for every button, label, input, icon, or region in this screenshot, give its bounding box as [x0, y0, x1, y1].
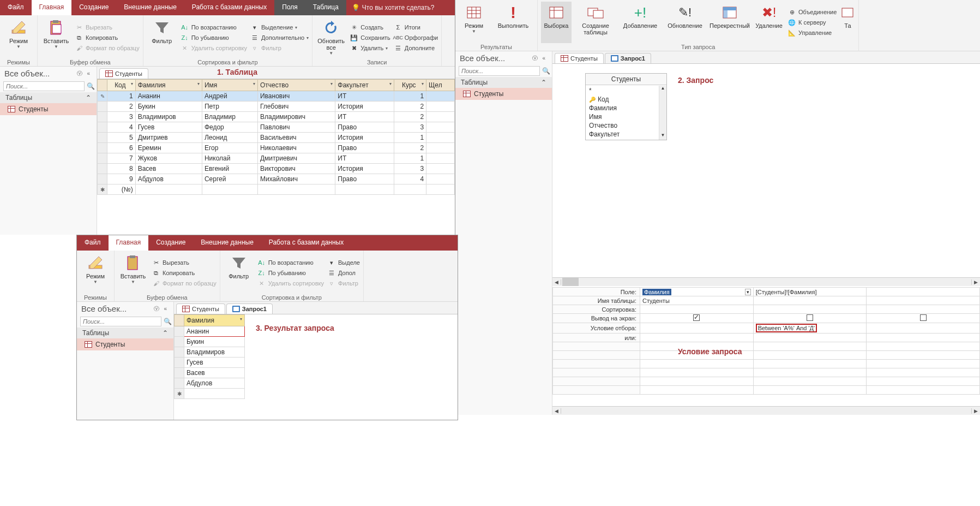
row-selector[interactable]: [98, 122, 107, 133]
col-add[interactable]: Щел: [426, 80, 455, 91]
dropdown-icon[interactable]: ▾: [745, 289, 751, 295]
view-button[interactable]: Режим▼: [459, 2, 489, 43]
table-row[interactable]: Ананин: [175, 326, 245, 337]
select-all[interactable]: [175, 315, 184, 326]
qbe-crit-1[interactable]: [640, 323, 754, 334]
tab-create[interactable]: Создание: [71, 0, 116, 15]
delete-record-button[interactable]: ✖Удалить▾: [350, 44, 390, 52]
nav-item-students[interactable]: Студенты: [77, 338, 173, 350]
append-query-button[interactable]: +! Добавление: [620, 2, 661, 43]
select-query-button[interactable]: Выборка: [541, 2, 572, 43]
filter-button[interactable]: Фильтр: [224, 252, 254, 294]
scroll-right[interactable]: ▶: [971, 279, 980, 285]
table-row[interactable]: Букин: [175, 337, 245, 347]
object-tab-query1[interactable]: Запрос1: [605, 53, 651, 63]
table-row[interactable]: 2БукинПетрГлебовичИстория2: [98, 102, 455, 112]
qbe-show-1[interactable]: [640, 314, 754, 323]
students-datasheet[interactable]: Код▾ Фамилия▾ Имя▾ Отчество▾ Факультет▾ …: [97, 79, 455, 195]
sort-asc-button[interactable]: A↓По возрастанию: [257, 258, 324, 267]
advanced-button[interactable]: ☰Допол: [327, 269, 360, 277]
table-row[interactable]: 6ЕреминЕгорНиколаевичПраво2: [98, 143, 455, 153]
object-tab-query1[interactable]: Запрос1: [226, 303, 273, 314]
make-table-button[interactable]: Создание таблицы: [575, 2, 616, 43]
circle-chevron-icon[interactable]: ⓥ: [530, 55, 540, 62]
result-datasheet[interactable]: Фамилия▾ АнанинБукинВладимировГусевВасев…: [174, 314, 245, 399]
table-row[interactable]: 4ГусевФедорПавловичПраво3: [98, 122, 455, 133]
new-row-selector[interactable]: [98, 184, 107, 195]
tab-dbtools[interactable]: Работа с базами данных: [261, 235, 351, 251]
qbe-crit-2[interactable]: Between 'А%' And 'Д': [753, 323, 867, 334]
copy-button[interactable]: ⧉Копировать: [152, 269, 217, 277]
advanced-button[interactable]: ☰Дополнительно▾: [250, 33, 309, 42]
checkbox-icon[interactable]: [693, 314, 700, 321]
scroll-left[interactable]: ◀: [552, 408, 561, 414]
nav-section-tables[interactable]: Таблицы ⌃: [0, 92, 97, 103]
scroll-thumb[interactable]: [562, 278, 579, 286]
row-selector[interactable]: [98, 133, 107, 143]
qbe-show-3[interactable]: [867, 314, 980, 323]
tab-external[interactable]: Внешние данные: [116, 0, 184, 15]
object-tab-students[interactable]: Студенты: [99, 68, 148, 79]
qbe-field-2[interactable]: [Студенты]![Фамилия]: [753, 288, 867, 296]
row-selector[interactable]: [175, 347, 184, 358]
tab-file[interactable]: Файл: [0, 0, 32, 15]
run-button[interactable]: ! Выполнить: [492, 2, 534, 43]
tab-home[interactable]: Главная: [109, 235, 149, 251]
tab-file[interactable]: Файл: [77, 235, 109, 251]
tell-me[interactable]: 💡 Что вы хотите сделать?: [346, 0, 440, 15]
update-query-button[interactable]: ✎! Обновление: [664, 2, 706, 43]
col-lastname[interactable]: Фамилия▾: [184, 315, 245, 326]
clear-sort-button[interactable]: ⨯Удалить сортировку: [257, 279, 324, 288]
collapse-icon[interactable]: «: [85, 70, 92, 76]
crosstab-query-button[interactable]: Перекрестный: [709, 2, 750, 43]
toggle-filter-button[interactable]: ▿Фильтр: [327, 279, 360, 288]
save-record-button[interactable]: 💾Сохранить: [350, 33, 390, 42]
col-id[interactable]: Код▾: [107, 80, 136, 91]
field-list-item[interactable]: Имя: [588, 112, 664, 121]
table-row[interactable]: Абдулов: [175, 378, 245, 389]
table-row[interactable]: 5ДмитриевЛеонидВасильевичИстория1: [98, 133, 455, 143]
search-icon[interactable]: 🔍: [87, 82, 95, 90]
search-input[interactable]: [80, 317, 161, 326]
paste-button[interactable]: Вставить▼: [118, 252, 148, 294]
row-selector[interactable]: [98, 91, 107, 102]
collapse-icon[interactable]: «: [540, 55, 548, 61]
tab-create[interactable]: Создание: [148, 235, 193, 251]
totals-button[interactable]: ΣИтоги: [394, 23, 438, 32]
field-list-item[interactable]: *: [588, 86, 664, 95]
qbe-field-3[interactable]: [867, 288, 980, 296]
toggle-filter-button[interactable]: ▿Фильтр: [250, 44, 309, 52]
field-list-item[interactable]: Отчество: [588, 121, 664, 130]
row-selector[interactable]: [98, 143, 107, 153]
col-firstname[interactable]: Имя▾: [202, 80, 257, 91]
format-painter-button[interactable]: 🖌Формат по образцу: [152, 279, 217, 288]
datadef-button[interactable]: 📐Управление: [787, 28, 837, 37]
copy-button[interactable]: ⧉Копировать: [75, 33, 140, 42]
query-field-list[interactable]: Студенты *🔑КодФамилияИмяОтчествоФакульте…: [585, 73, 667, 140]
paste-button[interactable]: Вставить ▼: [41, 17, 71, 58]
col-course[interactable]: Курс▾: [394, 80, 426, 91]
search-input[interactable]: [3, 81, 85, 91]
field-list-item[interactable]: 🔑Код: [588, 95, 664, 104]
circle-chevron-icon[interactable]: ⓥ: [75, 70, 85, 78]
refresh-all-button[interactable]: Обновить все ▼: [316, 17, 346, 58]
delete-query-button[interactable]: ✖! Удаление: [754, 2, 784, 43]
row-selector[interactable]: [175, 326, 184, 337]
scroll-right[interactable]: ▶: [971, 408, 980, 414]
row-selector[interactable]: [98, 153, 107, 164]
view-button[interactable]: Режим ▼: [3, 17, 34, 58]
selection-button[interactable]: ▾Выделе: [327, 258, 360, 267]
qbe-table-2[interactable]: [753, 296, 867, 305]
nav-item-students[interactable]: Студенты: [455, 88, 552, 100]
collapse-icon[interactable]: «: [161, 306, 169, 312]
col-patronymic[interactable]: Отчество▾: [257, 80, 335, 91]
tab-home[interactable]: Главная: [32, 0, 72, 15]
view-button[interactable]: Режим▼: [80, 252, 111, 294]
nav-header[interactable]: Все объек... ⓥ «: [77, 302, 173, 315]
search-icon[interactable]: 🔍: [164, 318, 172, 325]
spelling-button[interactable]: ABCОрфографи: [394, 33, 438, 42]
select-all[interactable]: [98, 80, 107, 91]
object-tab-students[interactable]: Студенты: [555, 53, 604, 63]
qbe-grid[interactable]: Поле: Фамилия▾ [Студенты]![Фамилия] Имя …: [552, 287, 980, 395]
tab-dbtools[interactable]: Работа с базами данных: [184, 0, 274, 15]
